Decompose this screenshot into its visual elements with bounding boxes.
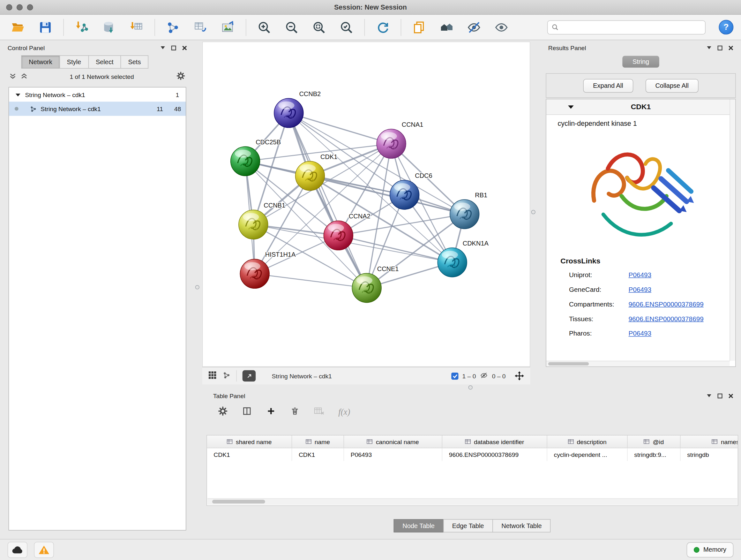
network-row-selected[interactable]: String Network – cdk1 11 48 [9,102,186,116]
add-column-plus-icon[interactable] [266,406,276,418]
tab-network[interactable]: Network [21,55,60,68]
function-builder-icon[interactable]: f(x) [338,407,350,417]
network-node-CCNB1[interactable] [239,210,268,240]
expand-all-icon[interactable] [21,72,27,81]
network-node-CCNA2[interactable] [324,221,353,250]
network-collection-row[interactable]: String Network – cdk1 1 [9,87,186,102]
cell-database-identifier[interactable]: 9606.ENSP00000378699 [442,448,547,461]
copy-button[interactable] [409,17,429,37]
edge-CCNA2-CDKN1A[interactable] [338,235,452,262]
splitter-handle[interactable] [531,210,535,214]
panel-menu-caret-icon[interactable] [706,46,712,50]
column-header-name[interactable]: name [292,435,344,448]
table-horizontal-scrollbar[interactable] [207,498,737,505]
open-session-button[interactable] [8,17,28,37]
warnings-button[interactable] [34,542,54,558]
edge-HIST1H1A-CCNE1[interactable] [255,273,367,288]
zoom-out-button[interactable] [281,17,302,37]
cell-namespace[interactable]: stringdb [680,448,738,461]
layout-refresh-button[interactable] [373,17,393,37]
tree-caret-icon[interactable] [16,91,20,98]
cell-name[interactable]: CDK1 [292,448,344,461]
crosslink-link[interactable]: 9606.ENSP00000378699 [629,315,704,322]
tab-string[interactable]: String [622,56,659,68]
vertical-scrollbar[interactable] [730,99,735,361]
network-node-CCNB2[interactable] [274,98,304,128]
new-network-button[interactable] [162,17,183,37]
tab-select[interactable]: Select [88,55,121,68]
import-network-database-button[interactable] [99,17,120,37]
tab-style[interactable]: Style [59,55,89,68]
zoom-in-button[interactable] [254,17,274,37]
column-header-namespace[interactable]: namespace [680,435,738,448]
detach-view-button[interactable] [243,370,256,382]
network-node-RB1[interactable] [450,199,479,229]
scrollbar-thumb[interactable] [548,362,589,365]
column-header-shared-name[interactable]: shared name [207,435,292,448]
network-node-CDK1[interactable] [295,161,325,191]
panel-close-icon[interactable] [182,45,187,50]
crosslink-link[interactable]: P06493 [629,329,651,337]
hidden-eye-icon[interactable] [480,371,488,380]
cell-id[interactable]: stringdb:9... [628,448,681,461]
panel-close-icon[interactable] [728,393,733,398]
crosslink-link[interactable]: 9606.ENSP00000378699 [629,300,704,308]
gear-icon[interactable] [176,71,185,82]
zoom-fit-button[interactable] [309,17,329,37]
collapse-all-icon[interactable] [10,72,16,81]
table-row[interactable]: CDK1 CDK1 P06493 9606.ENSP00000378699 cy… [207,448,738,461]
network-node-HIST1H1A[interactable] [240,259,269,289]
tab-sets[interactable]: Sets [121,55,148,68]
splitter-handle[interactable] [468,385,473,389]
zoom-selected-button[interactable] [336,17,357,37]
import-network-file-button[interactable] [71,17,92,37]
home-button[interactable] [436,17,457,37]
column-header-canonical-name[interactable]: canonical name [344,435,442,448]
search-box[interactable] [547,20,705,34]
network-share-icon[interactable] [222,371,230,381]
expand-all-button[interactable]: Expand All [583,79,633,92]
network-node-CDKN1A[interactable] [437,248,467,277]
help-button[interactable]: ? [719,20,733,35]
edge-CCNB2-CCNE1[interactable] [289,113,367,288]
crosslink-link[interactable]: P06493 [629,271,651,278]
edge-CCNB2-CCNA1[interactable] [289,113,391,144]
edge-CDK1-RB1[interactable] [310,176,464,214]
cell-description[interactable]: cyclin-dependent ... [547,448,628,461]
export-image-button[interactable] [217,17,238,37]
birdseye-grid-icon[interactable] [208,371,217,381]
hide-selected-button[interactable] [464,17,484,37]
network-from-table-button[interactable] [190,17,211,37]
horizontal-scrollbar[interactable] [546,361,730,367]
memory-button[interactable]: Memory [687,542,733,557]
cell-canonical-name[interactable]: P06493 [344,448,442,461]
tab-edge-table[interactable]: Edge Table [443,519,493,532]
cell-shared-name[interactable]: CDK1 [207,448,292,461]
network-node-CCNA1[interactable] [377,129,406,159]
scrollbar-thumb[interactable] [212,500,265,503]
table-settings-gear-icon[interactable] [218,406,228,418]
import-table-button[interactable] [126,17,147,37]
network-canvas[interactable]: CCNB2CCNA1CDC25BCDK1CDC6RB1CCNB1CCNA2CDK… [203,42,531,368]
panel-menu-caret-icon[interactable] [706,394,712,398]
gene-header[interactable]: CDK1 [546,99,735,115]
panel-float-icon[interactable] [171,45,176,50]
selected-checkbox-icon[interactable] [451,372,458,379]
panel-menu-caret-icon[interactable] [160,46,165,50]
panel-float-icon[interactable] [718,45,723,50]
delete-column-trash-icon[interactable] [290,406,300,418]
splitter-handle[interactable] [195,285,199,289]
collapse-all-button[interactable]: Collapse All [645,79,698,92]
tab-node-table[interactable]: Node Table [394,519,444,532]
column-header-database-identifier[interactable]: database identifier [442,435,547,448]
gene-collapse-caret-icon[interactable] [568,105,574,109]
crosslink-link[interactable]: P06493 [629,286,651,293]
panel-close-icon[interactable] [728,45,733,50]
search-input[interactable] [561,23,701,31]
panel-float-icon[interactable] [718,393,723,398]
cloud-status-button[interactable] [8,542,27,558]
network-node-CDC6[interactable] [390,180,419,209]
show-columns-icon[interactable] [242,406,252,418]
show-button[interactable] [491,17,512,37]
column-header-id[interactable]: @id [628,435,681,448]
